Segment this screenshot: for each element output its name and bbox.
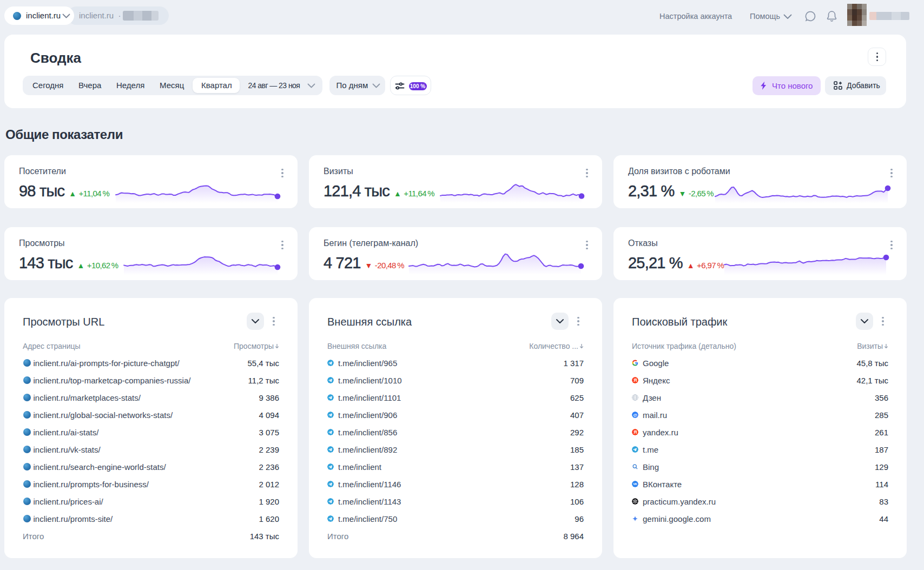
svg-text:VK: VK bbox=[633, 482, 637, 486]
svg-text:@: @ bbox=[633, 413, 637, 417]
svg-text:Я: Я bbox=[633, 429, 637, 435]
svg-text:Я: Я bbox=[633, 377, 637, 383]
